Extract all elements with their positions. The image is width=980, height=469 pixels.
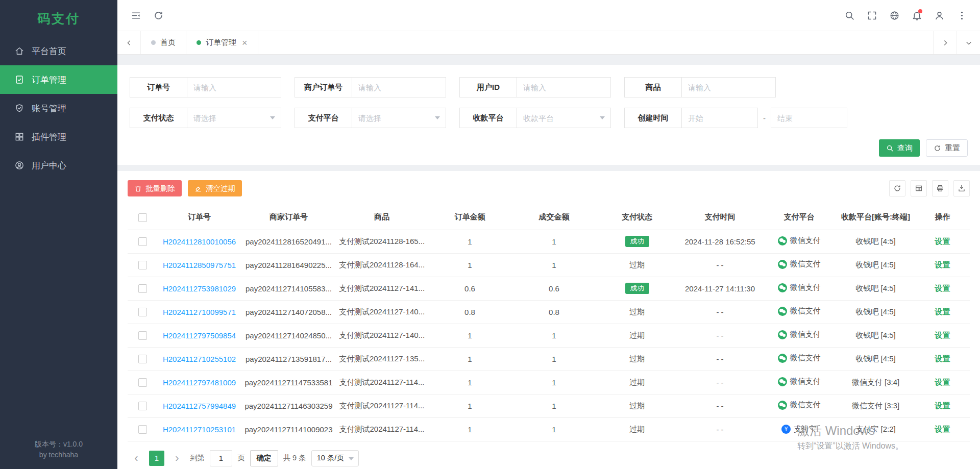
tabs-scroll-left-icon[interactable] xyxy=(117,31,141,54)
search-icon[interactable] xyxy=(839,5,860,26)
sidebar-item-order-management[interactable]: 订单管理 xyxy=(0,65,117,94)
sidebar-item-label: 平台首页 xyxy=(32,45,66,57)
filter-label: 商户订单号 xyxy=(295,77,352,97)
row-checkbox[interactable] xyxy=(138,355,147,363)
sidebar-item-plugin-management[interactable]: 插件管理 xyxy=(0,122,117,151)
row-checkbox[interactable] xyxy=(138,402,147,410)
col-header-product: 商品 xyxy=(336,205,428,230)
tabbar: 首页 订单管理 × xyxy=(117,31,980,55)
order-no-link[interactable]: H2024112757994849 xyxy=(163,402,236,410)
goto-page-input[interactable] xyxy=(210,450,232,466)
row-checkbox[interactable] xyxy=(138,237,147,246)
table-row: H2024112710099571pay2024112714072058...支… xyxy=(128,300,970,324)
app-logo: 码支付 xyxy=(0,0,117,37)
current-page-button[interactable]: 1 xyxy=(149,451,164,466)
language-globe-icon[interactable] xyxy=(884,5,904,26)
order-no-link[interactable]: H2024112753981029 xyxy=(163,284,236,293)
version-info: 版本号：v1.0.0 by techhaha xyxy=(0,439,117,469)
filter-label: 商品 xyxy=(624,77,681,97)
version-number: 版本号：v1.0.0 xyxy=(0,439,117,450)
notification-dot xyxy=(918,9,922,13)
tabs-scroll-right-icon[interactable] xyxy=(933,31,957,54)
confirm-page-button[interactable]: 确定 xyxy=(250,450,278,466)
close-tab-icon[interactable]: × xyxy=(242,38,248,47)
settings-link[interactable]: 设置 xyxy=(935,260,950,269)
select-all-checkbox[interactable] xyxy=(138,213,147,222)
reset-button[interactable]: 重置 xyxy=(926,139,968,157)
batch-delete-label: 批量删除 xyxy=(145,184,175,193)
table-row: H2024112850975751pay2024112816490225...支… xyxy=(128,253,970,277)
merchant-order-no: pay2024112713591817... xyxy=(241,347,336,371)
filter-row-1: 订单号 商户订单号 用户ID 商品 xyxy=(130,77,968,97)
settings-link[interactable]: 设置 xyxy=(935,425,950,433)
table-row: H2024112753981029pay2024112714105583...支… xyxy=(128,277,970,300)
user-avatar-icon[interactable] xyxy=(929,5,949,26)
order-no-link[interactable]: H2024112710253101 xyxy=(163,425,236,434)
plugin-grid-icon xyxy=(14,132,24,142)
order-no-link[interactable]: H2024112710099571 xyxy=(163,308,236,316)
product-name: 支付测试20241127-141... xyxy=(336,277,428,300)
merchant-order-no: pay2024112816490225... xyxy=(241,253,336,277)
row-checkbox[interactable] xyxy=(138,331,147,340)
order-no-link[interactable]: H2024112797509854 xyxy=(163,331,236,340)
status-badge-success: 成功 xyxy=(625,283,649,294)
order-no-input[interactable] xyxy=(187,77,281,97)
start-date-input[interactable] xyxy=(681,108,758,128)
collection-platform-select[interactable] xyxy=(517,108,611,128)
filter-pay-status: 支付状态 xyxy=(130,108,281,128)
order-amount: 1 xyxy=(428,394,512,417)
alipay-icon: ¥ xyxy=(781,425,791,434)
paid-amount: 1 xyxy=(512,324,596,347)
order-no-link[interactable]: H2024112797481009 xyxy=(163,378,236,387)
table-columns-icon[interactable] xyxy=(911,180,927,196)
notifications-bell-icon[interactable] xyxy=(906,5,927,26)
page-size-select[interactable]: 10 条/页 xyxy=(311,450,359,466)
settings-link[interactable]: 设置 xyxy=(935,401,950,410)
tabs-menu-chevron-down-icon[interactable] xyxy=(957,31,980,54)
merchant-order-no: pay202411271141009023 xyxy=(241,417,336,441)
row-checkbox[interactable] xyxy=(138,378,147,387)
row-checkbox[interactable] xyxy=(138,261,147,269)
settings-link[interactable]: 设置 xyxy=(935,307,950,316)
merchant-order-no-input[interactable] xyxy=(352,77,446,97)
user-id-input[interactable] xyxy=(517,77,611,97)
sidebar-item-platform-home[interactable]: 平台首页 xyxy=(0,37,117,65)
refresh-icon[interactable] xyxy=(148,5,168,26)
tab-order-management[interactable]: 订单管理 × xyxy=(186,31,258,54)
sidebar-item-account-management[interactable]: 账号管理 xyxy=(0,94,117,122)
batch-delete-button[interactable]: 批量删除 xyxy=(128,180,182,196)
order-no-link[interactable]: H2024112810010056 xyxy=(163,237,236,246)
settings-link[interactable]: 设置 xyxy=(935,354,950,363)
print-icon[interactable] xyxy=(932,180,948,196)
sidebar-item-user-center[interactable]: 用户中心 xyxy=(0,151,117,180)
search-button[interactable]: 查询 xyxy=(879,139,920,157)
tab-home[interactable]: 首页 xyxy=(141,31,186,54)
export-download-icon[interactable] xyxy=(953,180,970,196)
tab-label: 订单管理 xyxy=(206,38,236,47)
order-no-link[interactable]: H2024112710255102 xyxy=(163,355,236,363)
more-kebab-icon[interactable] xyxy=(951,5,972,26)
settings-link[interactable]: 设置 xyxy=(935,331,950,339)
table-row: H2024112710255102pay2024112713591817...支… xyxy=(128,347,970,371)
collapse-menu-icon[interactable] xyxy=(126,5,146,26)
end-date-input[interactable] xyxy=(771,108,847,128)
pay-platform-select[interactable] xyxy=(352,108,446,128)
settings-link[interactable]: 设置 xyxy=(935,237,950,245)
wechat-pay-icon xyxy=(778,283,787,292)
paid-amount: 1 xyxy=(512,253,596,277)
table-refresh-icon[interactable] xyxy=(889,180,905,196)
filter-actions: 查询 重置 xyxy=(130,138,968,157)
fullscreen-icon[interactable] xyxy=(862,5,882,26)
order-no-link[interactable]: H2024112850975751 xyxy=(163,261,236,269)
clear-expired-button[interactable]: 清空过期 xyxy=(188,180,242,196)
next-page-button[interactable]: › xyxy=(169,451,185,466)
paid-amount: 0.8 xyxy=(512,300,596,324)
settings-link[interactable]: 设置 xyxy=(935,284,950,292)
pay-status-select[interactable] xyxy=(187,108,281,128)
product-input[interactable] xyxy=(681,77,776,97)
settings-link[interactable]: 设置 xyxy=(935,378,950,386)
row-checkbox[interactable] xyxy=(138,425,147,434)
row-checkbox[interactable] xyxy=(138,308,147,316)
prev-page-button[interactable]: ‹ xyxy=(129,451,144,466)
row-checkbox[interactable] xyxy=(138,284,147,293)
